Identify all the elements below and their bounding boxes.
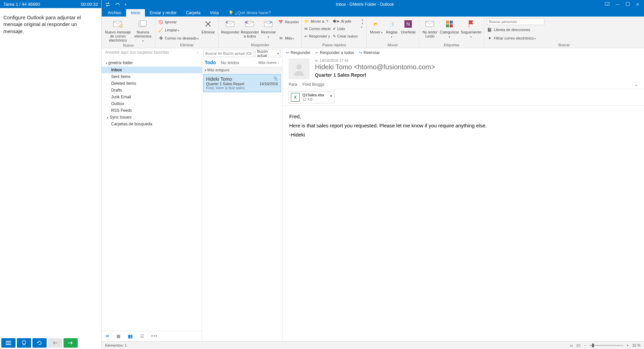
qs-to-manager[interactable]: �➤Al jefe (333, 18, 359, 25)
inline-forward-button[interactable]: ↪Reenviar (359, 50, 380, 55)
filter-unread[interactable]: No leídos (221, 60, 239, 65)
view-reading-icon[interactable]: ▯▯ (576, 343, 580, 348)
address-book-button[interactable]: 📓Libreta de direcciones (487, 26, 544, 33)
qat-customize-icon[interactable]: ▾ (125, 3, 126, 6)
message-sender: Hideki Tomo <htomo@fusiontomo.com> (315, 63, 638, 71)
ignore-label: Ignorar (165, 20, 177, 24)
folder-root[interactable]: gmetrix folder (102, 56, 202, 67)
nav-calendar-icon[interactable]: ▦ (117, 334, 120, 339)
expand-header-icon[interactable]: ⌄ (635, 82, 638, 87)
maximize-icon[interactable] (626, 2, 630, 7)
inline-reply-button[interactable]: ↩Responder (286, 50, 311, 55)
cleanup-button[interactable]: 🧹Limpiar (158, 26, 199, 34)
junk-button[interactable]: 🛇Correo no deseado (158, 34, 199, 42)
rules-button[interactable]: 📑Reglas (385, 18, 398, 39)
attachment-chip[interactable]: X Q1Sales.xlsx 12 KB ▾ (289, 91, 335, 103)
ribbon-tabs: Archivo Inicio Enviar y recibir Carpeta … (102, 8, 644, 17)
sort-dropdown[interactable]: Más nuevo ↓ (258, 60, 279, 65)
qs-move-to[interactable]: 📁Mover a: ? (304, 18, 331, 25)
tab-inicio[interactable]: Inicio (126, 9, 145, 17)
qs-scroll-up[interactable]: ▲ (361, 18, 364, 21)
folder-deleted[interactable]: Deleted Items (102, 80, 202, 87)
attachment-dropdown-icon[interactable]: ▾ (330, 94, 332, 98)
followup-button[interactable]: Seguimiento (461, 18, 481, 39)
move-button[interactable]: 📂Mover (369, 18, 383, 34)
onenote-button[interactable]: NOneNote (400, 18, 416, 34)
read-unread-button[interactable]: No leído/ Leído (422, 18, 438, 38)
categorize-button[interactable]: Categorizar (440, 18, 459, 39)
new-email-button[interactable]: Nuevo mensaje de correo electrónico (104, 18, 131, 42)
new-email-icon (113, 19, 123, 29)
meeting-button[interactable]: 📅Reunión (278, 18, 299, 26)
reply-button[interactable]: Responder (221, 18, 239, 34)
close-icon[interactable]: ✕ (636, 2, 639, 7)
more-label: Más (285, 36, 294, 40)
more-respond-button[interactable]: ✉Más (278, 34, 299, 42)
new-items-button[interactable]: Nuevos elementos (133, 18, 152, 43)
ribbon-group-nuevo: Nuevo mensaje de correo electrónico Nuev… (102, 17, 155, 48)
body-line-2: Here is that sales report you requested.… (289, 121, 637, 130)
nav-tasks-icon[interactable]: ☑ (140, 334, 144, 339)
folder-icon: 📁 (304, 19, 309, 24)
nav-mail-icon[interactable]: ✉ (106, 334, 109, 339)
ribbon-group-mover: 📂Mover 📑Reglas NOneNote Mover (367, 17, 419, 48)
folder-drafts[interactable]: Drafts (102, 87, 202, 94)
forward-button[interactable]: Reenviar (261, 18, 276, 39)
ribbon-options-icon[interactable] (605, 2, 610, 7)
tell-me-search[interactable]: 💡 ¿Qué desea hacer? (224, 9, 276, 17)
folder-sent[interactable]: Sent Items (102, 73, 202, 80)
folder-search-folders[interactable]: Carpetas de búsqueda (102, 121, 202, 127)
reply-all-button[interactable]: Responder a todos (241, 18, 258, 38)
tab-enviar-recibir[interactable]: Enviar y recibir (145, 9, 181, 17)
qs-scroll-down[interactable]: ▼ (361, 22, 364, 25)
qs-reply-delete[interactable]: ↩Responder y eli… (304, 32, 331, 40)
tab-archivo[interactable]: Archivo (103, 9, 126, 17)
zoom-slider[interactable] (589, 345, 623, 346)
filter-all[interactable]: Todo (205, 60, 216, 65)
inline-reply-all-button[interactable]: ⤺Responder a todos (315, 50, 354, 55)
task-hint-button[interactable] (17, 338, 31, 348)
folder-rss[interactable]: RSS Feeds (102, 107, 202, 114)
nav-more-icon[interactable]: ••• (151, 334, 158, 339)
collapse-folder-pane-icon[interactable]: ‹ (197, 50, 198, 55)
folder-junk[interactable]: Junk Email (102, 94, 202, 100)
meeting-icon: 📅 (278, 19, 283, 25)
reply-small-icon: ↩ (286, 50, 289, 55)
folder-sync-issues[interactable]: Sync Issues (102, 114, 202, 121)
view-normal-icon[interactable]: ▭ (570, 343, 573, 348)
qs-gallery-expand[interactable]: ▾ (361, 26, 364, 29)
delete-button[interactable]: Eliminar (201, 18, 216, 34)
ignore-button[interactable]: 🚫Ignorar (158, 18, 199, 26)
qs-team-email[interactable]: ✉Correo electróni… (304, 25, 331, 32)
message-group-header[interactable]: Más antiguos (202, 67, 282, 73)
search-scope-dropdown[interactable]: Buzón actual▾ (255, 50, 281, 57)
message-item[interactable]: 📎 Hideki Tomo Quarter 1 Sales Report Fre… (203, 74, 281, 92)
tab-vista[interactable]: Vista (205, 9, 223, 17)
qs-done[interactable]: ✔Listo (333, 25, 359, 32)
filter-email-button[interactable]: ▼Filtrar correo electrónico (487, 34, 544, 42)
zoom-out-icon[interactable]: − (584, 343, 586, 347)
task-next-button[interactable] (64, 338, 78, 348)
message-list-pane: Buzón actual▾ Todo No leídos Más nuevo ↓… (202, 48, 282, 341)
qat-undo-icon[interactable] (115, 2, 120, 6)
svg-text:N: N (406, 21, 410, 27)
favorites-drop-hint: Arrastre aquí sus carpetas favoritas ‹ (102, 48, 202, 56)
tab-carpeta[interactable]: Carpeta (181, 9, 205, 17)
search-people-input[interactable] (487, 18, 544, 25)
qat-send-receive-icon[interactable] (105, 2, 110, 7)
attachment-icon: 📎 (273, 76, 278, 81)
nav-bar: ✉ ▦ 👥 ☑ ••• (102, 331, 202, 341)
folder-inbox[interactable]: Inbox (102, 67, 202, 73)
task-prev-button[interactable] (48, 338, 62, 348)
zoom-in-icon[interactable]: + (626, 343, 628, 347)
task-reset-button[interactable] (32, 338, 47, 348)
nav-people-icon[interactable]: 👥 (128, 334, 133, 339)
search-mailbox-input[interactable] (203, 50, 254, 57)
svg-rect-14 (446, 24, 449, 27)
filter-label: Filtrar correo electrónico (494, 36, 536, 40)
junk-label: Correo no deseado (165, 36, 199, 40)
task-menu-button[interactable] (1, 338, 16, 348)
qs-create-new[interactable]: ✎Crear nuevo (333, 32, 359, 40)
folder-outbox[interactable]: Outbox (102, 100, 202, 107)
minimize-icon[interactable]: — (616, 2, 620, 7)
